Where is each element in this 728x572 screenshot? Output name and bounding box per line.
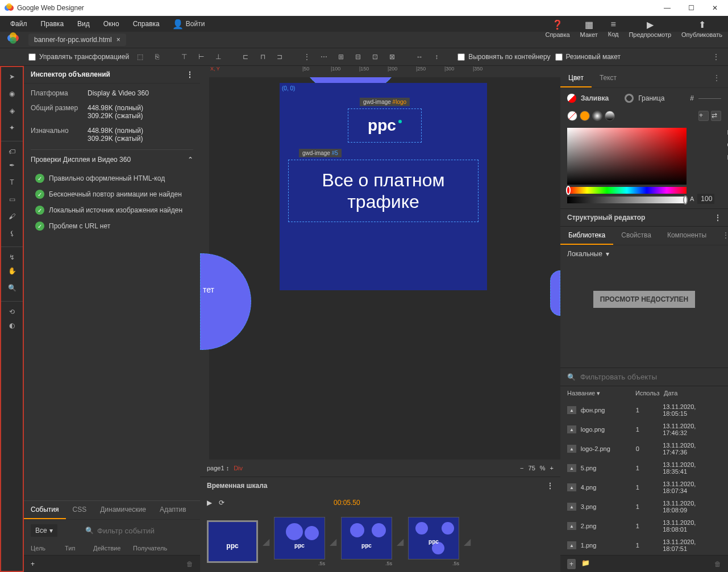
distribute-h-icon[interactable]: ⋮ xyxy=(301,51,313,63)
rotate-view-tool[interactable]: ⟲ xyxy=(1,301,23,316)
page-selector[interactable]: page1 ↕ xyxy=(207,465,229,471)
zoom-in-button[interactable]: + xyxy=(550,465,554,471)
spacing-icon[interactable]: ↔ xyxy=(413,51,426,63)
distribute4-icon[interactable]: ⊠ xyxy=(386,51,398,63)
tab-library[interactable]: Библиотека xyxy=(560,227,613,245)
keyframe-thumb[interactable]: ppc xyxy=(408,517,459,560)
asset-row[interactable]: ▲logo.png113.11.2020, 17:46:32 xyxy=(560,420,728,439)
save-swatch-icon[interactable]: + xyxy=(698,111,709,121)
color-picker[interactable]: R255 G255 B255 A 100 xyxy=(567,128,721,204)
circle-element-right[interactable] xyxy=(550,270,560,316)
align-hcenter-icon[interactable]: ⊓ xyxy=(256,51,269,63)
asset-row[interactable]: ▲logo-2.png013.11.2020, 17:47:36 xyxy=(560,439,728,458)
asset-row[interactable]: ▲4.png113.11.2020, 18:07:34 xyxy=(560,478,728,497)
tag-tool[interactable]: 🏷 xyxy=(1,141,23,156)
circle-element-left[interactable]: тет xyxy=(200,253,251,350)
fluid-layout-checkbox[interactable]: Резиновый макет xyxy=(555,53,621,61)
distribute-v-icon[interactable]: ⋯ xyxy=(318,51,330,63)
motion-path-tool[interactable]: ↯ xyxy=(1,247,23,261)
tab-text[interactable]: Текст xyxy=(592,69,625,87)
align-right-icon[interactable]: ⊐ xyxy=(273,51,286,63)
canvas-viewport[interactable]: (0, 0) тет gwd-image #logo ppc gwd-image… xyxy=(200,77,560,460)
alpha-slider[interactable] xyxy=(567,197,687,203)
help-button[interactable]: ❓Справка xyxy=(545,19,569,38)
asset-row[interactable]: ▲2.png113.11.2020, 18:08:01 xyxy=(560,516,728,536)
asset-row[interactable]: ▲1.png113.11.2020, 18:07:51 xyxy=(560,536,728,555)
eyedropper-tool[interactable]: ⚸ xyxy=(1,226,23,241)
a-input[interactable]: 100 xyxy=(697,194,714,204)
minimize-button[interactable]: — xyxy=(659,2,676,14)
color-swatch[interactable] xyxy=(580,111,590,121)
local-dropdown[interactable]: Локальные ▾ xyxy=(560,245,728,262)
div-selector[interactable]: Div xyxy=(234,465,243,471)
gradient-swatch[interactable] xyxy=(592,111,602,121)
3d-rotate-tool[interactable]: ◉ xyxy=(1,86,23,101)
asset-row[interactable]: ▲фон.png113.11.2020, 18:05:15 xyxy=(560,400,728,420)
tab-components[interactable]: Компоненты xyxy=(659,227,714,245)
preview-button[interactable]: ▶Предпросмотр xyxy=(629,19,671,38)
paint-tool[interactable]: 🖌 xyxy=(1,209,23,224)
menu-file[interactable]: Файл xyxy=(5,18,33,30)
close-button[interactable]: ✕ xyxy=(706,2,723,14)
tab-color[interactable]: Цвет xyxy=(560,69,592,87)
tab-css[interactable]: CSS xyxy=(66,501,94,519)
distribute-icon[interactable]: ⊞ xyxy=(335,51,347,63)
menu-window[interactable]: Окно xyxy=(98,18,125,30)
align-bottom-icon[interactable]: ⊥ xyxy=(212,51,224,63)
events-search-input[interactable] xyxy=(97,527,193,535)
maximize-button[interactable]: ☐ xyxy=(683,2,700,14)
keyframe-thumb[interactable]: ppc xyxy=(341,517,392,560)
spacing2-icon[interactable]: ↕ xyxy=(430,51,443,63)
timeline-more-icon[interactable]: ⋮ xyxy=(547,482,554,490)
add-asset-button[interactable]: + xyxy=(567,559,576,569)
add-event-button[interactable]: + xyxy=(31,560,35,568)
zoom-tool[interactable]: 🔍 xyxy=(1,281,23,295)
col-uses[interactable]: Использ xyxy=(635,390,664,397)
filter-objects-input[interactable] xyxy=(580,373,721,381)
3d-translate-tool[interactable]: ◈ xyxy=(1,103,23,118)
file-tab[interactable]: banner-for-ppc.world.html × xyxy=(28,34,126,46)
events-filter-dropdown[interactable]: Все▾ xyxy=(31,524,57,537)
zoom-out-button[interactable]: − xyxy=(520,465,523,471)
layout-button[interactable]: ▦Макет xyxy=(580,19,598,38)
align-top-icon[interactable]: ⊤ xyxy=(178,51,190,63)
asset-row[interactable]: ▲3.png113.11.2020, 18:08:09 xyxy=(560,497,728,516)
delete-event-button[interactable]: 🗑 xyxy=(186,560,193,568)
menu-help[interactable]: Справка xyxy=(127,18,165,30)
more-icon[interactable]: ⋮ xyxy=(714,227,728,245)
close-tab-icon[interactable]: × xyxy=(117,36,120,44)
swap-swatch-icon[interactable]: ⇄ xyxy=(711,111,721,121)
fill-swatch[interactable] xyxy=(567,94,576,103)
text-element[interactable]: gwd-image #5 Все о платном трафике xyxy=(288,160,479,222)
code-button[interactable]: ≡Код xyxy=(608,19,619,38)
no-fill-swatch[interactable] xyxy=(567,111,577,121)
color-swap-tool[interactable]: ◐ xyxy=(1,318,23,333)
logo-element[interactable]: gwd-image #logo ppc xyxy=(348,108,422,143)
menu-view[interactable]: Вид xyxy=(72,18,95,30)
publish-button[interactable]: ⬆Опубликовать xyxy=(681,19,722,38)
transform-checkbox[interactable]: Управлять трансформацией xyxy=(28,53,129,61)
gradient-picker[interactable] xyxy=(567,128,687,185)
col-name[interactable]: Название ▾ xyxy=(567,390,635,397)
events-search[interactable]: 🔍 xyxy=(85,527,193,535)
chevron-icon[interactable]: ⌃ xyxy=(188,156,193,164)
zoom-value[interactable]: 75 xyxy=(529,465,535,471)
align-container-checkbox[interactable]: Выровнять по контейнеру xyxy=(457,53,550,61)
asset-row[interactable]: ▲5.png113.11.2020, 18:35:41 xyxy=(560,458,728,478)
gradient-swatch2[interactable] xyxy=(605,111,615,121)
element-tool[interactable]: ✦ xyxy=(1,120,23,135)
col-date[interactable]: Дата xyxy=(664,390,677,397)
panel-more-icon[interactable]: ⋮ xyxy=(186,70,193,78)
structure-more-icon[interactable]: ⋮ xyxy=(714,214,721,222)
hex-input[interactable] xyxy=(698,98,721,99)
more-icon[interactable]: ⋮ xyxy=(705,69,728,87)
hand-tool[interactable]: ✋ xyxy=(1,264,23,278)
menu-edit[interactable]: Правка xyxy=(35,18,70,30)
login-button[interactable]: 👤 Войти xyxy=(172,19,205,30)
crop-icon[interactable]: ⬚ xyxy=(134,51,146,63)
tab-adaptive[interactable]: Адаптив xyxy=(153,501,193,519)
distribute3-icon[interactable]: ⊡ xyxy=(369,51,381,63)
tab-dynamic[interactable]: Динамические xyxy=(93,501,153,519)
tab-properties[interactable]: Свойства xyxy=(613,227,659,245)
border-swatch[interactable] xyxy=(625,94,634,103)
